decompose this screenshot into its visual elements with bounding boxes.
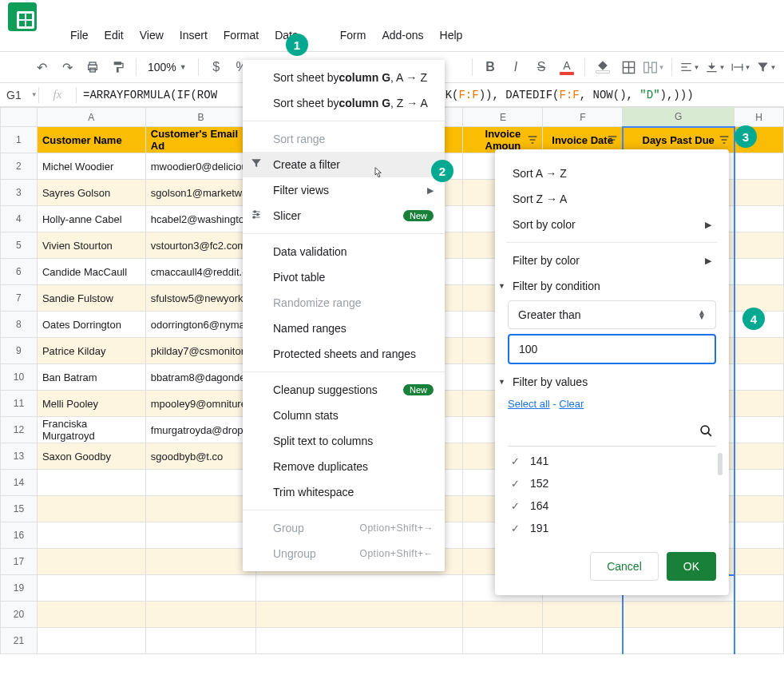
filter-by-color[interactable]: Filter by color▶ [495, 248, 729, 273]
menu-cleanup[interactable]: Cleanup suggestions New [243, 377, 445, 403]
menu-trim[interactable]: Trim whitespace [243, 479, 445, 505]
svg-point-30 [253, 216, 255, 218]
filter-icon[interactable] [606, 133, 619, 146]
menu-view[interactable]: View [132, 27, 172, 43]
cancel-button[interactable]: Cancel [590, 552, 659, 581]
filter-toolbar-button[interactable]: ▼ [755, 56, 778, 78]
svg-line-32 [708, 433, 711, 436]
svg-rect-6 [643, 62, 648, 73]
col-header-G[interactable]: G [623, 108, 735, 127]
new-badge: New [403, 210, 434, 221]
table-row[interactable]: 21 [1, 628, 784, 654]
table-row[interactable]: 20 [1, 602, 784, 628]
menu-data-validation[interactable]: Data validation [243, 239, 445, 264]
filter-value-item[interactable]: ✓152 [508, 472, 723, 494]
svg-point-31 [701, 426, 709, 434]
filter-value-item[interactable]: ✓164 [508, 494, 723, 517]
filter-search-input[interactable] [508, 419, 716, 447]
menu-sort-az[interactable]: Sort sheet by column G, A → Z [243, 65, 445, 90]
filter-values-list: ✓141✓152✓164✓191 [508, 450, 723, 539]
fill-color-button[interactable] [592, 56, 614, 78]
menu-edit[interactable]: Edit [97, 27, 132, 43]
fx-icon: fx [39, 88, 76, 101]
data-menu-dropdown: Sort sheet by column G, A → Z Sort sheet… [243, 60, 445, 571]
menu-file[interactable]: File [62, 27, 97, 43]
menu-sort-za[interactable]: Sort sheet by column G, Z → A [243, 90, 445, 116]
menu-create-filter[interactable]: Create a filter [243, 152, 445, 177]
menu-named-ranges[interactable]: Named ranges [243, 316, 445, 341]
callout-2: 2 [431, 160, 453, 182]
filter-value-item[interactable]: ✓191 [508, 517, 723, 539]
bold-button[interactable]: B [479, 56, 501, 78]
menu-format[interactable]: Format [216, 27, 267, 43]
filter-icon[interactable] [526, 133, 539, 146]
sheets-logo [8, 2, 37, 31]
col-header-H[interactable]: H [735, 108, 784, 127]
col-header-E[interactable]: E [463, 108, 543, 127]
menu-addons[interactable]: Add-ons [374, 27, 431, 43]
strike-button[interactable]: S [530, 56, 552, 78]
condition-value-input[interactable]: 100 [508, 334, 716, 364]
menu-split-text[interactable]: Split text to columns [243, 428, 445, 454]
scrollbar[interactable] [718, 453, 723, 475]
filter-value-item[interactable]: ✓141 [508, 450, 723, 472]
menu-slicer[interactable]: Slicer New [243, 203, 445, 228]
borders-button[interactable] [617, 56, 639, 78]
name-box[interactable]: G1▼ [0, 89, 38, 101]
undo-button[interactable]: ↶ [30, 56, 53, 78]
svg-point-28 [254, 211, 255, 212]
text-color-button[interactable]: A [556, 56, 578, 78]
vert-align-button[interactable]: ▼ [704, 56, 727, 78]
menu-ungroup: UngroupOption+Shift+← [243, 541, 445, 566]
column-filter-panel: Sort A → Z Sort Z → A Sort by color▶ Fil… [495, 149, 729, 595]
cursor-icon [372, 166, 385, 183]
sort-za[interactable]: Sort Z → A [495, 186, 729, 212]
menu-help[interactable]: Help [432, 27, 471, 43]
col-header-B[interactable]: B [145, 108, 255, 127]
svg-point-29 [257, 213, 259, 215]
new-badge: New [403, 384, 434, 395]
menu-randomize: Randomize range [243, 290, 445, 316]
menu-protected[interactable]: Protected sheets and ranges [243, 341, 445, 367]
clear-link[interactable]: Clear [559, 398, 584, 410]
svg-rect-7 [651, 62, 656, 73]
paint-format-button[interactable] [107, 56, 129, 78]
filter-by-condition-header[interactable]: ▼ Filter by condition [495, 273, 729, 299]
menu-form[interactable]: Form [332, 27, 374, 43]
menu-column-stats[interactable]: Column stats [243, 403, 445, 428]
ok-button[interactable]: OK [667, 552, 716, 581]
menu-pivot-table[interactable]: Pivot table [243, 264, 445, 290]
condition-select[interactable]: Greater than ▲▼ [508, 300, 716, 329]
filter-icon [251, 158, 262, 172]
search-icon [699, 424, 713, 441]
menu-filter-views[interactable]: Filter views▶ [243, 177, 445, 203]
filter-icon[interactable] [718, 133, 731, 146]
italic-button[interactable]: I [505, 56, 527, 78]
select-all-link[interactable]: Select all [508, 398, 550, 410]
sort-az[interactable]: Sort A → Z [495, 161, 729, 186]
merge-button[interactable]: ▼ [643, 56, 665, 78]
callout-4: 4 [742, 308, 765, 330]
print-button[interactable] [81, 56, 104, 78]
currency-button[interactable]: $ [205, 56, 228, 78]
menubar: File Edit View Insert Format Data Form A… [0, 26, 784, 45]
col-header-F[interactable]: F [543, 108, 623, 127]
callout-1: 1 [286, 34, 308, 56]
wrap-button[interactable]: ▼ [730, 56, 752, 78]
menu-insert[interactable]: Insert [172, 27, 216, 43]
zoom-select[interactable]: 100%▼ [143, 61, 192, 73]
col-header-A[interactable]: A [37, 108, 145, 127]
menu-sort-range: Sort range [243, 126, 445, 152]
menu-group: GroupOption+Shift+→ [243, 515, 445, 541]
sort-by-color[interactable]: Sort by color▶ [495, 212, 729, 237]
callout-3: 3 [735, 125, 757, 148]
filter-by-values-header[interactable]: ▼ Filter by values [495, 369, 729, 395]
slicer-icon [251, 209, 262, 223]
horiz-align-button[interactable]: ▼ [679, 56, 701, 78]
redo-button[interactable]: ↷ [56, 56, 78, 78]
menu-remove-dup[interactable]: Remove duplicates [243, 454, 445, 479]
